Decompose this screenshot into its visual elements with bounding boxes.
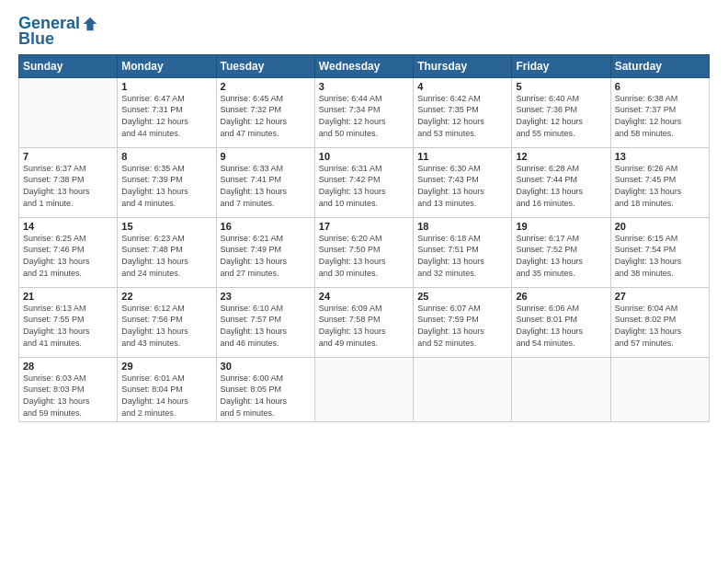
week-row-2: 7Sunrise: 6:37 AM Sunset: 7:38 PM Daylig… (19, 147, 710, 217)
day-info: Sunrise: 6:35 AM Sunset: 7:39 PM Dayligh… (121, 163, 211, 209)
day-cell: 13Sunrise: 6:26 AM Sunset: 7:45 PM Dayli… (610, 147, 709, 217)
day-cell (314, 357, 413, 421)
calendar-body: 1Sunrise: 6:47 AM Sunset: 7:31 PM Daylig… (19, 77, 710, 421)
day-cell: 21Sunrise: 6:13 AM Sunset: 7:55 PM Dayli… (19, 287, 118, 357)
day-cell: 11Sunrise: 6:30 AM Sunset: 7:43 PM Dayli… (414, 147, 512, 217)
day-number: 27 (615, 291, 705, 302)
day-cell: 27Sunrise: 6:04 AM Sunset: 8:02 PM Dayli… (610, 287, 709, 357)
day-number: 9 (221, 151, 311, 162)
day-cell: 28Sunrise: 6:03 AM Sunset: 8:03 PM Dayli… (19, 357, 118, 421)
day-number: 20 (615, 221, 705, 232)
day-info: Sunrise: 6:03 AM Sunset: 8:03 PM Dayligh… (23, 373, 113, 419)
day-info: Sunrise: 6:04 AM Sunset: 8:02 PM Dayligh… (615, 303, 705, 349)
header-cell-monday: Monday (118, 54, 216, 77)
day-info: Sunrise: 6:23 AM Sunset: 7:48 PM Dayligh… (121, 233, 211, 279)
day-info: Sunrise: 6:38 AM Sunset: 7:37 PM Dayligh… (615, 93, 705, 139)
day-cell: 29Sunrise: 6:01 AM Sunset: 8:04 PM Dayli… (118, 357, 216, 421)
day-number: 22 (121, 291, 211, 302)
day-cell: 25Sunrise: 6:07 AM Sunset: 7:59 PM Dayli… (414, 287, 512, 357)
logo-icon (82, 16, 98, 32)
header-cell-sunday: Sunday (19, 54, 118, 77)
day-number: 5 (516, 81, 606, 92)
day-number: 14 (23, 221, 113, 232)
day-info: Sunrise: 6:01 AM Sunset: 8:04 PM Dayligh… (121, 373, 211, 419)
day-cell: 26Sunrise: 6:06 AM Sunset: 8:01 PM Dayli… (512, 287, 610, 357)
day-cell (19, 77, 118, 147)
day-cell: 10Sunrise: 6:31 AM Sunset: 7:42 PM Dayli… (314, 147, 413, 217)
day-cell (610, 357, 709, 421)
day-info: Sunrise: 6:10 AM Sunset: 7:57 PM Dayligh… (221, 303, 311, 349)
day-cell: 8Sunrise: 6:35 AM Sunset: 7:39 PM Daylig… (118, 147, 216, 217)
header-cell-thursday: Thursday (414, 54, 512, 77)
day-number: 2 (221, 81, 311, 92)
day-number: 21 (23, 291, 113, 302)
day-info: Sunrise: 6:45 AM Sunset: 7:32 PM Dayligh… (221, 93, 311, 139)
day-info: Sunrise: 6:40 AM Sunset: 7:36 PM Dayligh… (516, 93, 606, 139)
day-info: Sunrise: 6:31 AM Sunset: 7:42 PM Dayligh… (319, 163, 409, 209)
day-number: 18 (417, 221, 507, 232)
day-number: 4 (417, 81, 507, 92)
logo: General Blue (18, 15, 98, 49)
day-number: 6 (615, 81, 705, 92)
day-number: 29 (121, 361, 211, 372)
day-info: Sunrise: 6:20 AM Sunset: 7:50 PM Dayligh… (319, 233, 409, 279)
header-cell-wednesday: Wednesday (314, 54, 413, 77)
day-number: 19 (516, 221, 606, 232)
calendar-header: SundayMondayTuesdayWednesdayThursdayFrid… (19, 54, 710, 77)
day-cell: 14Sunrise: 6:25 AM Sunset: 7:46 PM Dayli… (19, 217, 118, 287)
day-number: 7 (23, 151, 113, 162)
day-cell: 18Sunrise: 6:18 AM Sunset: 7:51 PM Dayli… (414, 217, 512, 287)
day-cell: 22Sunrise: 6:12 AM Sunset: 7:56 PM Dayli… (118, 287, 216, 357)
day-cell: 17Sunrise: 6:20 AM Sunset: 7:50 PM Dayli… (314, 217, 413, 287)
day-number: 28 (23, 361, 113, 372)
day-cell: 15Sunrise: 6:23 AM Sunset: 7:48 PM Dayli… (118, 217, 216, 287)
day-number: 13 (615, 151, 705, 162)
week-row-5: 28Sunrise: 6:03 AM Sunset: 8:03 PM Dayli… (19, 357, 710, 421)
day-info: Sunrise: 6:42 AM Sunset: 7:35 PM Dayligh… (417, 93, 507, 139)
day-cell: 1Sunrise: 6:47 AM Sunset: 7:31 PM Daylig… (118, 77, 216, 147)
day-info: Sunrise: 6:07 AM Sunset: 7:59 PM Dayligh… (417, 303, 507, 349)
day-cell: 4Sunrise: 6:42 AM Sunset: 7:35 PM Daylig… (414, 77, 512, 147)
day-info: Sunrise: 6:15 AM Sunset: 7:54 PM Dayligh… (615, 233, 705, 279)
header-cell-saturday: Saturday (610, 54, 709, 77)
day-info: Sunrise: 6:30 AM Sunset: 7:43 PM Dayligh… (417, 163, 507, 209)
day-info: Sunrise: 6:47 AM Sunset: 7:31 PM Dayligh… (121, 93, 211, 139)
day-info: Sunrise: 6:33 AM Sunset: 7:41 PM Dayligh… (221, 163, 311, 209)
day-number: 23 (221, 291, 311, 302)
day-cell: 6Sunrise: 6:38 AM Sunset: 7:37 PM Daylig… (610, 77, 709, 147)
header-cell-tuesday: Tuesday (216, 54, 314, 77)
day-info: Sunrise: 6:18 AM Sunset: 7:51 PM Dayligh… (417, 233, 507, 279)
header-row: SundayMondayTuesdayWednesdayThursdayFrid… (19, 54, 710, 77)
day-number: 16 (221, 221, 311, 232)
day-cell: 12Sunrise: 6:28 AM Sunset: 7:44 PM Dayli… (512, 147, 610, 217)
header-cell-friday: Friday (512, 54, 610, 77)
day-number: 3 (319, 81, 409, 92)
day-number: 26 (516, 291, 606, 302)
day-cell: 20Sunrise: 6:15 AM Sunset: 7:54 PM Dayli… (610, 217, 709, 287)
day-number: 10 (319, 151, 409, 162)
day-cell: 3Sunrise: 6:44 AM Sunset: 7:34 PM Daylig… (314, 77, 413, 147)
day-cell: 5Sunrise: 6:40 AM Sunset: 7:36 PM Daylig… (512, 77, 610, 147)
day-number: 12 (516, 151, 606, 162)
day-info: Sunrise: 6:26 AM Sunset: 7:45 PM Dayligh… (615, 163, 705, 209)
svg-marker-0 (84, 17, 97, 30)
day-number: 8 (121, 151, 211, 162)
day-info: Sunrise: 6:09 AM Sunset: 7:58 PM Dayligh… (319, 303, 409, 349)
day-number: 17 (319, 221, 409, 232)
day-info: Sunrise: 6:44 AM Sunset: 7:34 PM Dayligh… (319, 93, 409, 139)
day-info: Sunrise: 6:37 AM Sunset: 7:38 PM Dayligh… (23, 163, 113, 209)
calendar-page: General Blue SundayMondayTuesdayWednesda… (0, 0, 728, 563)
day-cell: 24Sunrise: 6:09 AM Sunset: 7:58 PM Dayli… (314, 287, 413, 357)
header: General Blue (18, 15, 710, 49)
calendar-table: SundayMondayTuesdayWednesdayThursdayFrid… (18, 54, 710, 422)
day-number: 25 (417, 291, 507, 302)
day-number: 11 (417, 151, 507, 162)
week-row-3: 14Sunrise: 6:25 AM Sunset: 7:46 PM Dayli… (19, 217, 710, 287)
day-cell (414, 357, 512, 421)
day-info: Sunrise: 6:25 AM Sunset: 7:46 PM Dayligh… (23, 233, 113, 279)
day-cell: 7Sunrise: 6:37 AM Sunset: 7:38 PM Daylig… (19, 147, 118, 217)
day-cell: 30Sunrise: 6:00 AM Sunset: 8:05 PM Dayli… (216, 357, 314, 421)
day-cell: 23Sunrise: 6:10 AM Sunset: 7:57 PM Dayli… (216, 287, 314, 357)
week-row-4: 21Sunrise: 6:13 AM Sunset: 7:55 PM Dayli… (19, 287, 710, 357)
day-info: Sunrise: 6:17 AM Sunset: 7:52 PM Dayligh… (516, 233, 606, 279)
